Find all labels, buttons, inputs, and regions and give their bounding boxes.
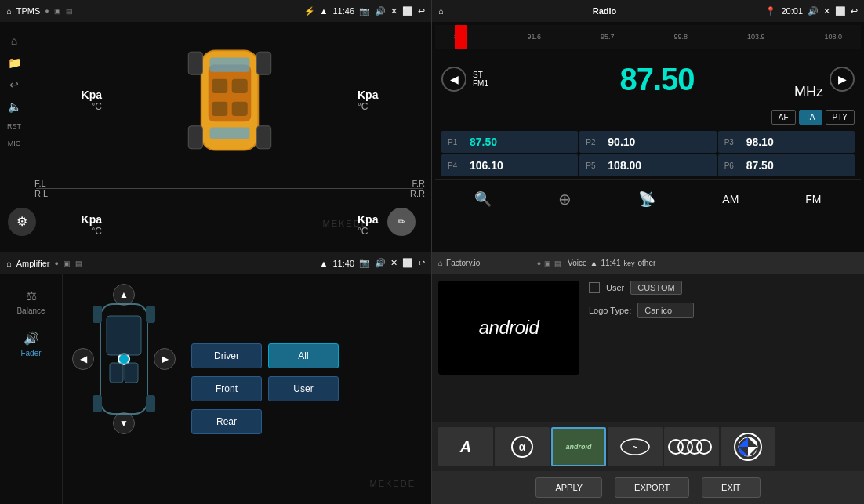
search-control[interactable]: 🔍 [462,187,504,212]
amp-car-diagram: ▲ ◀ ▶ ▼ [69,281,179,437]
tpms-topbar: ⌂ TPMS ● ▣ ▤ ⚡ ▲ 11:46 📷 🔊 ✕ ⬜ ↩ [0,0,431,22]
svg-text:α: α [519,441,526,453]
amp-sidebar: ⚖ Balance 🔊 Fader [0,274,63,505]
svg-rect-19 [146,395,155,412]
tpms-label: TPMS [16,6,41,16]
brand-alfa-romeo[interactable]: α [495,427,550,466]
brand-bmw[interactable] [721,427,775,466]
svg-rect-5 [232,79,248,93]
radio-home-icon[interactable]: ⌂ [438,6,444,16]
mhz-label: MHz [794,84,823,100]
radio-back-icon[interactable]: ↩ [851,6,858,16]
exit-button[interactable]: EXIT [702,477,760,498]
all-button[interactable]: All [268,343,339,368]
radio-window-icon[interactable]: ⬜ [835,6,846,16]
sidebar-item-fader[interactable]: 🔊 Fader [0,325,62,364]
car-svg [183,22,277,179]
rear-pos-row: R.L R.R [28,189,431,198]
link-control[interactable]: ⊕ [546,187,584,212]
sidebar-reset-icon[interactable]: RST [7,122,21,130]
radio-title: Radio [448,6,761,16]
driver-button[interactable]: Driver [191,343,262,368]
antenna-control[interactable]: 📡 [626,187,668,212]
ta-button[interactable]: TA [799,110,822,125]
preset-p3[interactable]: P3 98.10 [718,131,855,153]
back-icon[interactable]: ↩ [418,6,425,16]
radio-topbar: ⌂ Radio 📍 20:01 🔊 ✕ ⬜ ↩ [432,0,864,22]
apply-button[interactable]: APPLY [535,477,602,498]
svg-rect-9 [257,52,271,74]
fader-label: Fader [20,349,41,357]
radio-close-icon[interactable]: ✕ [823,6,830,16]
prev-station-button[interactable]: ◀ [441,67,466,92]
frequency-bar: 87.5 91.6 95.7 99.8 103.9 108.0 [435,25,861,49]
pty-button[interactable]: PTY [826,110,855,125]
fr-temp: °C [358,101,368,112]
sidebar-home-icon[interactable]: ⌂ [11,34,17,47]
preset-p2[interactable]: P2 90.10 [579,131,716,153]
android-logo-area: android [438,281,579,375]
preset-p1[interactable]: P1 87.50 [441,131,578,153]
brand-aston-martin[interactable]: ~ [608,427,663,466]
sidebar-folder-icon[interactable]: 📁 [8,56,21,69]
amp-nav-left-button[interactable]: ◀ [72,348,94,370]
location-icon: 📍 [765,6,776,16]
front-user-group: Front User [191,376,425,401]
next-station-button[interactable]: ▶ [830,67,855,92]
sidebar-volume-icon[interactable]: 🔈 [8,100,21,113]
preset-p6[interactable]: P6 87.50 [718,154,855,176]
amp-close-icon[interactable]: ✕ [390,258,398,268]
preset-p4[interactable]: P4 106.10 [441,154,578,176]
amp-volume-icon[interactable]: 🔊 [375,258,386,268]
radio-content: 87.5 91.6 95.7 99.8 103.9 108.0 ◀ ST FM1… [432,22,864,252]
amp-home-icon[interactable]: ⌂ [6,259,12,268]
svg-rect-11 [257,126,271,149]
amp-window-icon[interactable]: ⬜ [402,258,413,268]
fr-kpa: Kpa [358,89,378,101]
brand-android[interactable]: android [551,427,606,466]
logo-settings: User CUSTOM Logo Type: Car ico Custom [589,281,858,417]
android-text: android [479,317,539,339]
voice-label: Voice [568,259,586,267]
rr-pos-label: R.R [410,189,425,198]
driver-all-group: Driver All [191,343,425,368]
preset-p5[interactable]: P5 108.00 [579,154,716,176]
user-button[interactable]: User [268,376,339,401]
wifi-icon: ▲ [320,6,329,16]
tpms-fl-cell: Kpa °C [28,89,114,112]
band-label: FM1 [473,79,520,88]
factory-home-icon[interactable]: ⌂ [438,259,443,267]
amp-nav-right-button[interactable]: ▶ [154,348,176,370]
sidebar-mic-icon[interactable]: MIC [8,140,21,147]
tpms-fr-cell: Kpa °C [345,89,431,112]
settings-button[interactable]: ⚙ [8,208,36,236]
am-button[interactable]: AM [710,187,751,212]
svg-rect-7 [232,102,248,116]
window-icon[interactable]: ⬜ [402,6,413,16]
svg-rect-16 [93,306,102,323]
rear-button[interactable]: Rear [191,409,262,434]
fm-button[interactable]: FM [793,187,833,212]
amp-camera-icon[interactable]: 📷 [359,258,370,268]
close-icon[interactable]: ✕ [390,6,398,16]
freq-indicator [455,25,467,49]
amp-back-icon[interactable]: ↩ [418,258,425,268]
user-checkbox[interactable] [589,282,600,293]
export-button[interactable]: EXPORT [615,477,689,498]
fr-pos-label: F.R [412,179,426,188]
volume-icon[interactable]: 🔊 [375,6,386,16]
svg-rect-6 [212,102,227,116]
logo-type-select[interactable]: Car ico Custom [637,303,694,318]
home-icon[interactable]: ⌂ [6,6,12,16]
svg-rect-18 [93,395,102,412]
brand-audi[interactable] [664,427,719,466]
sidebar-item-balance[interactable]: ⚖ Balance [0,282,62,321]
edit-button[interactable]: ✏ [387,208,416,236]
af-button[interactable]: AF [771,110,796,125]
sidebar-undo-icon[interactable]: ↩ [9,78,19,91]
radio-volume-icon[interactable]: 🔊 [808,6,819,16]
front-button[interactable]: Front [191,376,262,401]
amp-watermark: MEKEDE [370,479,416,488]
brand-acura[interactable]: A [438,427,493,466]
camera-icon[interactable]: 📷 [359,6,370,16]
